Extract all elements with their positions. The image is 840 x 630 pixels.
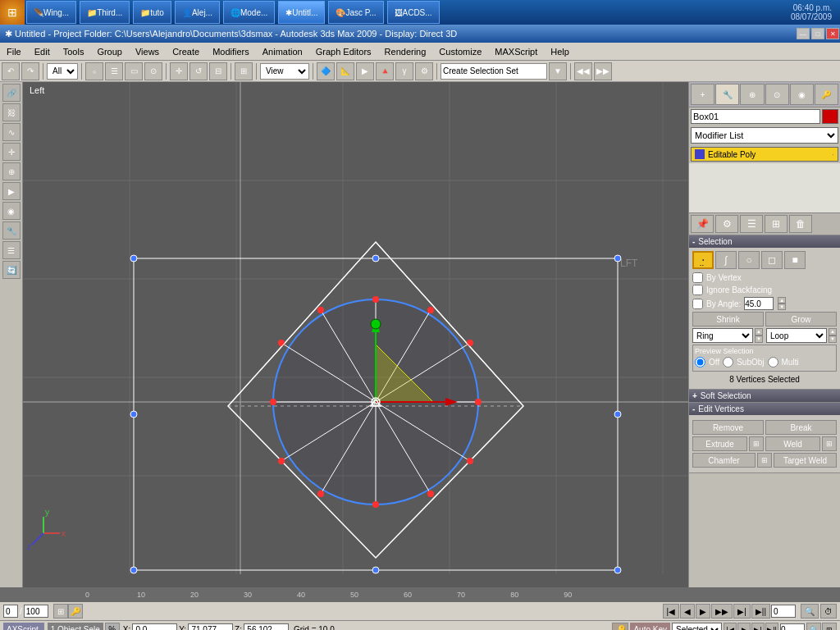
zoom-time-button[interactable]: 🔍 — [801, 604, 819, 619]
named-selection-input[interactable] — [441, 63, 547, 80]
extrude-settings-button[interactable]: ⊞ — [749, 436, 764, 451]
chamfer-button[interactable]: Chamfer — [692, 453, 756, 468]
menu-graph-editors[interactable]: Graph Editors — [309, 45, 378, 58]
ring-down[interactable]: ▼ — [755, 336, 763, 343]
selection-rollout-header[interactable]: - Selection — [689, 235, 840, 248]
undo-button[interactable]: ↶ — [2, 62, 20, 80]
grow-button[interactable]: Grow — [765, 312, 837, 326]
modifier-stack-item[interactable]: Editable Poly · — [692, 148, 838, 161]
weld-button[interactable]: Weld — [765, 436, 820, 451]
taskbar-app-acds[interactable]: 🖼 ACDS... — [387, 1, 440, 24]
key-mode-toggle[interactable]: ⊞ — [53, 604, 68, 619]
snap-percent-button[interactable]: % — [105, 623, 120, 631]
loop-select[interactable]: Loop — [766, 328, 827, 343]
material-editor-button[interactable]: 🔷 — [317, 62, 335, 80]
select-circle-button[interactable]: ⊙ — [144, 62, 162, 80]
link-button[interactable]: 🔗 — [2, 84, 21, 102]
rotate-button[interactable]: ↺ — [189, 62, 208, 80]
mini-btn-2[interactable]: ⊞ — [822, 623, 837, 631]
taskbar-app-third[interactable]: 📁 Third... — [80, 1, 130, 24]
polygon-mode-button[interactable]: ◻ — [761, 251, 783, 269]
go-to-start-button[interactable]: |◀ — [663, 604, 680, 619]
viewport-left[interactable]: Left — [23, 82, 688, 587]
border-mode-button[interactable]: ○ — [738, 251, 760, 269]
play-all-button[interactable]: ▶▶ — [711, 604, 733, 619]
chamfer-settings-button[interactable]: ⊞ — [757, 453, 772, 468]
select-object-button[interactable]: ⬦ — [85, 62, 103, 80]
by-angle-down[interactable]: ▼ — [778, 304, 786, 310]
tab-motion[interactable]: ⊙ — [765, 84, 789, 105]
modify-button[interactable]: 🔄 — [2, 261, 21, 279]
preview-off-radio[interactable] — [695, 357, 705, 368]
prev-key-button[interactable]: ◀◀ — [574, 62, 592, 80]
go-to-end-button[interactable]: ▶|| — [751, 604, 770, 619]
render-setup-button[interactable]: 📐 — [336, 62, 354, 80]
minimize-button[interactable]: — — [797, 28, 810, 39]
y-coord-input[interactable] — [188, 623, 233, 631]
time-config-button[interactable]: ⏱ — [820, 604, 837, 619]
auto-key-button[interactable]: Auto Key — [630, 623, 670, 631]
selected-dropdown[interactable]: Selected — [672, 623, 722, 631]
ring-up[interactable]: ▲ — [755, 328, 763, 336]
menu-maxscript[interactable]: MAXScript — [488, 45, 544, 58]
current-frame-input[interactable] — [771, 605, 796, 618]
active-shade-button[interactable]: 🔺 — [376, 62, 394, 80]
x-coord-input[interactable] — [132, 623, 177, 631]
tab-modify[interactable]: 🔧 — [715, 84, 739, 105]
object-color-swatch[interactable] — [822, 109, 838, 124]
menu-file[interactable]: File — [0, 45, 28, 58]
mini-btn-1[interactable]: 🔍 — [806, 623, 821, 631]
menu-create[interactable]: Create — [166, 45, 206, 58]
unlink-button[interactable]: ⛓ — [2, 103, 21, 121]
display-button[interactable]: ◉ — [2, 202, 21, 220]
taskbar-app-mode[interactable]: 🌐 Mode... — [223, 1, 275, 24]
menu-group[interactable]: Group — [90, 45, 129, 58]
rectangular-select-button[interactable]: ▭ — [125, 62, 143, 80]
modifier-list-dropdown[interactable]: Modifier List — [691, 127, 838, 144]
redo-button[interactable]: ↷ — [21, 62, 39, 80]
menu-animation[interactable]: Animation — [256, 45, 309, 58]
by-angle-checkbox[interactable] — [692, 299, 703, 309]
shrink-button[interactable]: Shrink — [692, 312, 764, 326]
menu-modifiers[interactable]: Modifiers — [206, 45, 256, 58]
taskbar-app-jasc[interactable]: 🎨 Jasc P... — [328, 1, 383, 24]
tab-create[interactable]: + — [691, 84, 714, 105]
move-button[interactable]: ✛ — [170, 62, 188, 80]
track-bar-icon[interactable]: 🔑 — [68, 604, 83, 619]
ignore-backfacing-checkbox[interactable] — [692, 285, 703, 295]
start-button[interactable]: ⊞ — [0, 0, 25, 25]
frame-number-input[interactable] — [780, 623, 805, 631]
remove-modifier-icon[interactable]: 🗑 — [789, 215, 812, 233]
frame-end-input[interactable] — [24, 605, 48, 618]
pin-stack-icon[interactable]: 📌 — [691, 215, 714, 233]
frame-left-arrow[interactable] — [3, 605, 18, 618]
z-coord-input[interactable] — [244, 623, 289, 631]
make-unique-icon[interactable]: ⊞ — [765, 215, 788, 233]
utility-button[interactable]: 🔧 — [2, 221, 21, 240]
taskbar-app-wing[interactable]: 🪶 Wing... — [26, 1, 76, 24]
maximize-button[interactable]: □ — [811, 28, 824, 39]
render-button[interactable]: ▶ — [356, 62, 374, 80]
remove-button[interactable]: Remove — [692, 420, 764, 435]
next-frame-button[interactable]: ▶| — [733, 604, 751, 619]
weld-settings-button[interactable]: ⊞ — [822, 436, 837, 451]
edge-mode-button[interactable]: ∫ — [715, 251, 737, 269]
tab-utility[interactable]: 🔑 — [815, 84, 838, 105]
maxscript-mini-button[interactable]: AXScript. — [3, 623, 44, 631]
gamma-button[interactable]: γ — [395, 62, 413, 80]
viewport-canvas[interactable]: x y z LFT — [23, 82, 688, 587]
mini-end[interactable]: ▶|| — [765, 623, 778, 631]
set-key-icon[interactable]: 🔑 — [612, 623, 628, 631]
soft-selection-header[interactable]: + Soft Selection — [689, 390, 840, 402]
ring-select[interactable]: Ring — [692, 328, 753, 343]
preview-subobj-radio[interactable] — [723, 357, 733, 368]
close-button[interactable]: ✕ — [826, 28, 839, 39]
element-mode-button[interactable]: ■ — [784, 251, 806, 269]
next-key-button[interactable]: ▶▶ — [594, 62, 612, 80]
select-by-name-button[interactable]: ☰ — [105, 62, 123, 80]
target-weld-button[interactable]: Target Weld — [774, 453, 837, 468]
taskbar-app-untitled[interactable]: ✱ Untitl... — [278, 1, 325, 24]
by-vertex-checkbox[interactable] — [692, 272, 703, 283]
modifier-options-icon[interactable]: · — [832, 150, 834, 159]
play-button[interactable]: ▶ — [696, 604, 710, 619]
